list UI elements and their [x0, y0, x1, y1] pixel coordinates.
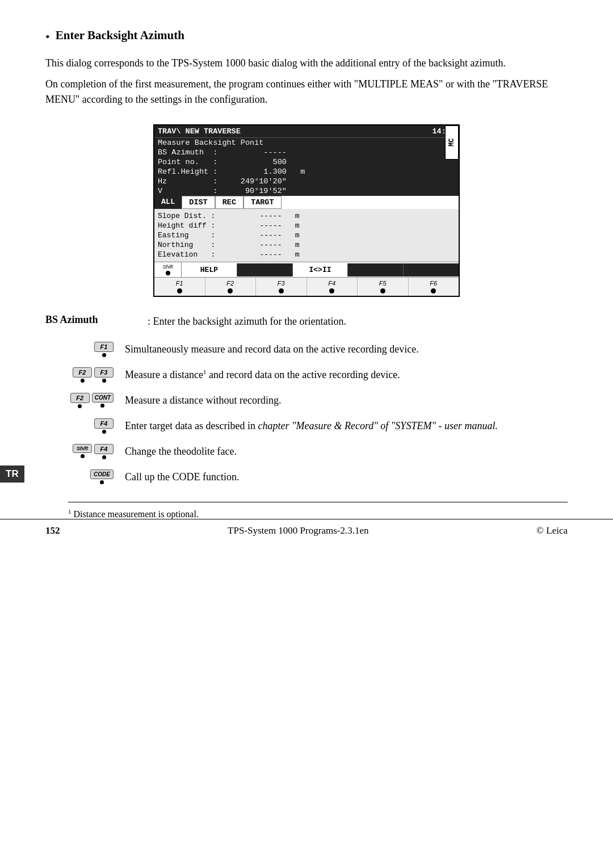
fkey-f5-dot: [380, 288, 385, 293]
screen-title: TRAV\ NEW TRAVERSE: [158, 127, 241, 136]
fkey-f5: F5: [358, 278, 409, 296]
key-f1: F1: [94, 342, 114, 352]
key-shift-dot: [81, 454, 85, 458]
screen-simulation: TRAV\ NEW TRAVERSE 14:03 MC Measure Back…: [45, 124, 568, 297]
key-f3-dot: [102, 379, 106, 383]
lower-row-4: Northing : ----- m: [158, 240, 455, 250]
fkey-row: F1 F2 F3 F4 F5: [154, 277, 459, 296]
desc-row-shiftf4: Shift F4 Change the theodolite face.: [45, 444, 568, 459]
desc-f1-text: Simultaneously measure and record data o…: [125, 342, 568, 357]
desc-row-code: CODE Call up the CODE function.: [45, 469, 568, 485]
fkey-f5-label: F5: [379, 280, 387, 287]
shift-dot: [166, 271, 170, 275]
screen-row-1: Measure Backsight Ponit: [154, 138, 459, 148]
key-shift: Shift: [73, 444, 92, 453]
tr-sidebar-label: TR: [0, 466, 24, 483]
key-f3-wrapper: F3: [94, 367, 114, 383]
fn-help: HELP: [182, 263, 237, 276]
fn-empty-1: [237, 263, 293, 276]
key-f1-wrapper: F1: [94, 342, 114, 357]
key-code: CODE: [90, 469, 114, 479]
function-bar: HELP I<>II: [182, 263, 459, 276]
fkey-f2-label: F2: [226, 280, 234, 287]
section-heading: • Enter Backsight Azimuth: [45, 28, 568, 44]
fkey-f4-label: F4: [328, 280, 335, 287]
screen-row-2: BS Azimuth : -----: [154, 148, 459, 157]
paragraph-2: On completion of the first measurement, …: [45, 77, 568, 107]
screen-row-4: Refl.Height : 1.300 m: [154, 167, 459, 177]
screen-row-6: V : 90°19'52": [154, 186, 459, 196]
page-footer: 152 TPS-System 1000 Programs-2.3.1en © L…: [0, 519, 613, 536]
key-cont-wrapper: CONT: [92, 393, 114, 408]
footnote-section: 1 Distance measurement is optional.: [68, 502, 568, 519]
screen-row-3: Point no. : 500: [154, 157, 459, 167]
lower-row-1: Slope Dist. : ----- m: [158, 211, 455, 221]
desc-row-f2f3: F2 F3 Measure a distance1 and record dat…: [45, 367, 568, 383]
paragraph-1: This dialog corresponds to the TPS-Syste…: [45, 56, 568, 71]
screen-row-5: Hz : 249°10'20": [154, 177, 459, 186]
key-code-dot: [100, 480, 104, 484]
key-f2-a: F2: [73, 367, 92, 378]
fkey-f6: F6: [409, 278, 459, 296]
fkey-f4: F4: [307, 278, 358, 296]
fkey-f2: F2: [205, 278, 257, 296]
key-shift-wrapper: Shift: [73, 444, 92, 458]
key-f3: F3: [94, 367, 114, 378]
key-code-wrapper: CODE: [90, 469, 114, 484]
key-f4-b-wrapper: F4: [94, 444, 114, 459]
key-f4: F4: [94, 418, 114, 429]
fkey-f1: F1: [154, 278, 205, 296]
fkey-f1-label: F1: [176, 280, 183, 287]
footer-center-text: TPS-System 1000 Programs-2.3.1en: [228, 525, 368, 536]
screen-title-bar: TRAV\ NEW TRAVERSE 14:03 MC: [154, 125, 459, 138]
shift-key: Shift: [154, 262, 182, 277]
key-f4-b: F4: [94, 444, 114, 454]
fn-empty-2: [348, 263, 404, 276]
bullet-icon: •: [45, 30, 50, 44]
desc-f4-text: Enter target data as described in chapte…: [125, 418, 568, 434]
fn-empty-3: [404, 263, 459, 276]
desc-f2cont-text: Measure a distance without recording.: [125, 393, 568, 408]
key-f2-b-dot: [78, 404, 82, 408]
key-f2-b-wrapper: F2: [70, 393, 90, 408]
key-f2-dot: [81, 379, 85, 383]
key-cont-dot: [100, 404, 104, 408]
screen-button-bar: ALL DIST REC TARGT: [154, 196, 459, 209]
btn-rec: REC: [215, 196, 243, 209]
key-f4-b-dot: [102, 455, 106, 459]
key-cont: CONT: [92, 393, 114, 402]
lower-row-3: Easting : ----- m: [158, 230, 455, 240]
desc-f2f3-text: Measure a distance1 and record data on t…: [125, 367, 568, 383]
desc-row-f2cont: F2 CONT Measure a distance without recor…: [45, 393, 568, 408]
fkey-f4-dot: [329, 288, 334, 293]
key-f4-wrapper: F4: [94, 418, 114, 434]
lower-row-2: Height diff : ----- m: [158, 221, 455, 230]
desc-shiftf4-text: Change the theodolite face.: [125, 444, 568, 459]
desc-code-text: Call up the CODE function.: [125, 469, 568, 485]
fkey-f1-dot: [177, 288, 182, 293]
btn-dist: DIST: [182, 196, 215, 209]
bs-azimuth-row: BS Azimuth : Enter the backsight azimuth…: [45, 314, 568, 329]
desc-row-f1: F1 Simultaneously measure and record dat…: [45, 342, 568, 357]
footer-right-text: © Leica: [536, 525, 568, 536]
mc-box: MC: [445, 125, 459, 160]
fkey-f6-dot: [431, 288, 436, 293]
fkey-f3-label: F3: [278, 280, 285, 287]
screen-lower: Slope Dist. : ----- m Height diff : ----…: [154, 209, 459, 262]
key-f1-dot: [102, 353, 106, 357]
desc-row-f4: F4 Enter target data as described in cha…: [45, 418, 568, 434]
heading-text: Enter Backsight Azimuth: [56, 28, 184, 43]
fkey-f3-dot: [279, 288, 284, 293]
key-f2-b: F2: [70, 393, 90, 403]
fn-i-ii: I<>II: [293, 263, 349, 276]
key-f4-dot: [102, 430, 106, 434]
footer-page-number: 152: [45, 525, 60, 536]
btn-targt: TARGT: [243, 196, 282, 209]
bs-azimuth-term: BS Azimuth: [45, 314, 98, 325]
bs-azimuth-desc: : Enter the backsight azimuth for the or…: [148, 314, 568, 329]
lower-row-5: Elevation : ----- m: [158, 250, 455, 259]
shift-label: Shift: [162, 264, 173, 270]
footnote-text: 1 Distance measurement is optional.: [68, 509, 199, 519]
fkey-f6-label: F6: [430, 280, 437, 287]
btn-all: ALL: [154, 196, 182, 209]
